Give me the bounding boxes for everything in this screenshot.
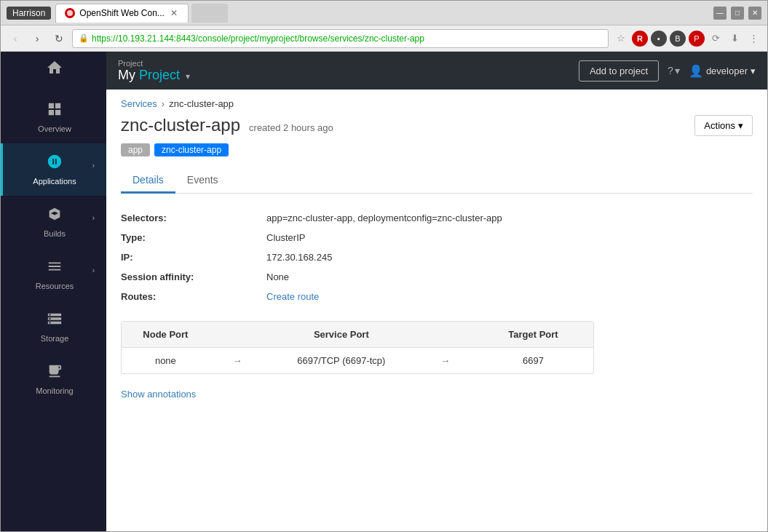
user-name: developer — [706, 65, 748, 76]
actions-button[interactable]: Actions ▾ — [694, 115, 753, 136]
tab-favicon — [65, 8, 75, 18]
builds-arrow-icon: › — [92, 214, 95, 222]
maximize-btn[interactable]: □ — [731, 7, 744, 20]
browser-tab[interactable]: OpenShift Web Con... ✕ — [55, 4, 189, 23]
download-icon[interactable]: ⬇ — [727, 31, 743, 47]
forward-button[interactable]: › — [28, 30, 46, 47]
ip-value: 172.30.168.245 — [266, 252, 332, 263]
sidebar-monitoring-label: Monitoring — [36, 386, 73, 395]
page-title-section: znc-cluster-app created 2 hours ago — [121, 115, 333, 135]
minimize-btn[interactable]: — — [713, 7, 727, 20]
resources-icon — [47, 258, 63, 279]
bookmark-icon[interactable]: ☆ — [613, 31, 629, 47]
addon-icon-4[interactable]: P — [689, 31, 705, 47]
sidebar: Overview › Applications › Buil — [1, 52, 106, 531]
page-header: znc-cluster-app created 2 hours ago Acti… — [121, 115, 753, 136]
tab-details[interactable]: Details — [121, 168, 175, 194]
address-bar[interactable]: 🔒 https://10.193.21.144:8443/console/pro… — [72, 29, 609, 48]
back-button[interactable]: ‹ — [7, 30, 24, 47]
ports-table-row: none → 6697/TCP (6697-tcp) → 6697 — [122, 348, 593, 373]
tabs: Details Events — [121, 168, 753, 194]
sidebar-item-overview[interactable]: Overview — [1, 91, 106, 143]
url-text: https://10.193.21.144:8443/console/proje… — [92, 33, 602, 44]
detail-row-session-affinity: Session affinity: None — [121, 267, 753, 287]
project-label: Project — [118, 59, 190, 68]
ip-label: IP: — [121, 252, 266, 263]
tab-close-icon[interactable]: ✕ — [169, 8, 179, 18]
sidebar-storage-label: Storage — [41, 334, 69, 343]
col-target-port-header: Target Port — [473, 322, 593, 347]
main-content: Services › znc-cluster-app znc-cluster-a… — [106, 90, 767, 531]
breadcrumb-current: znc-cluster-app — [169, 98, 234, 109]
user-menu[interactable]: 👤 developer ▾ — [689, 64, 756, 78]
ports-table: Node Port Service Port Target Port none … — [121, 321, 594, 374]
details-table: Selectors: app=znc-cluster-app, deployme… — [121, 208, 753, 306]
routes-label: Routes: — [121, 291, 266, 302]
sidebar-applications-label: Applications — [33, 177, 76, 186]
col-node-port-header: Node Port — [122, 322, 210, 347]
sidebar-resources-label: Resources — [36, 282, 74, 290]
help-button[interactable]: ? ▾ — [668, 65, 680, 76]
svg-point-0 — [67, 10, 73, 16]
monitoring-icon — [47, 363, 63, 384]
sidebar-item-monitoring[interactable]: Monitoring — [1, 353, 106, 405]
node-port-value: none — [122, 348, 210, 373]
actions-label: Actions — [704, 120, 735, 131]
show-annotations-link[interactable]: Show annotations — [121, 389, 196, 400]
page-title: znc-cluster-app — [121, 115, 240, 135]
project-name: My Project ▾ — [118, 68, 190, 83]
sidebar-item-resources[interactable]: › Resources — [1, 248, 106, 301]
browser-controls: ‹ › ↻ 🔒 https://10.193.21.144:8443/conso… — [1, 25, 767, 52]
titlebar: Harrison OpenShift Web Con... ✕ — □ ✕ — [1, 1, 767, 25]
help-dropdown-icon: ▾ — [675, 65, 680, 76]
type-label: Type: — [121, 232, 266, 243]
detail-row-selectors: Selectors: app=znc-cluster-app, deployme… — [121, 208, 753, 228]
refresh-icon[interactable]: ⟳ — [708, 31, 724, 47]
addon-icon-2[interactable]: ▪ — [651, 31, 667, 47]
user-dropdown-icon: ▾ — [751, 65, 756, 76]
project-dropdown-icon[interactable]: ▾ — [186, 71, 190, 82]
reload-button[interactable]: ↻ — [50, 30, 68, 47]
sidebar-item-home[interactable] — [1, 52, 106, 91]
sidebar-overview-label: Overview — [38, 124, 71, 133]
builds-icon — [47, 206, 63, 226]
new-tab-area[interactable] — [191, 4, 228, 23]
resources-arrow-icon: › — [92, 266, 95, 274]
user-icon: 👤 — [689, 64, 703, 78]
sidebar-item-applications[interactable]: › Applications — [1, 143, 106, 196]
lock-icon: 🔒 — [79, 33, 89, 43]
home-icon — [46, 59, 63, 81]
col-arrow1-header — [210, 322, 265, 347]
detail-row-type: Type: ClusterIP — [121, 228, 753, 247]
storage-icon — [47, 311, 63, 331]
sidebar-builds-label: Builds — [44, 229, 66, 238]
target-port-value: 6697 — [473, 348, 593, 373]
tag-app[interactable]: app — [121, 143, 150, 156]
close-btn[interactable]: ✕ — [748, 7, 761, 20]
sidebar-item-builds[interactable]: › Builds — [1, 196, 106, 248]
tab-title: OpenShift Web Con... — [79, 8, 165, 18]
project-name-prefix: My — [118, 68, 139, 82]
tag-znc-cluster-app[interactable]: znc-cluster-app — [154, 143, 229, 156]
addon-icon-1[interactable]: R — [632, 31, 648, 47]
arrow2-value: → — [418, 348, 473, 373]
arrow1-value: → — [210, 348, 265, 373]
add-to-project-button[interactable]: Add to project — [579, 60, 659, 82]
browser-icons: ☆ R ▪ B P ⟳ ⬇ ⋮ — [613, 31, 761, 47]
page-title-row: znc-cluster-app created 2 hours ago — [121, 115, 333, 135]
create-route-link[interactable]: Create route — [266, 291, 319, 302]
detail-row-ip: IP: 172.30.168.245 — [121, 247, 753, 267]
menu-icon[interactable]: ⋮ — [745, 31, 761, 47]
selectors-label: Selectors: — [121, 213, 266, 223]
top-navigation: Project My Project ▾ Add to project ? ▾ … — [106, 52, 767, 90]
breadcrumb-separator: › — [162, 98, 165, 109]
addon-icon-3[interactable]: B — [670, 31, 686, 47]
user-chip: Harrison — [7, 7, 51, 20]
page-subtitle: created 2 hours ago — [249, 122, 333, 133]
tags-container: app znc-cluster-app — [121, 143, 753, 156]
col-arrow2-header — [418, 322, 473, 347]
sidebar-item-storage[interactable]: Storage — [1, 301, 106, 353]
breadcrumb-services-link[interactable]: Services — [121, 98, 157, 109]
applications-arrow-icon: › — [92, 162, 95, 170]
tab-events[interactable]: Events — [175, 168, 230, 194]
